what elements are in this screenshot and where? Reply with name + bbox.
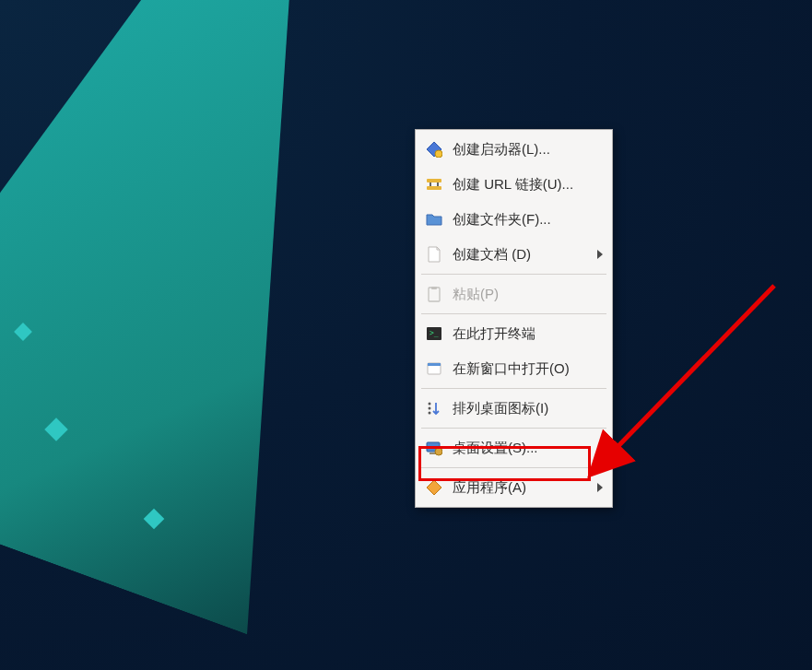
url-link-icon xyxy=(425,175,443,194)
menu-separator xyxy=(421,388,606,389)
menu-open-terminal[interactable]: >_ 在此打开终端 xyxy=(418,316,610,351)
file-manager-icon xyxy=(425,359,443,378)
svg-point-12 xyxy=(429,403,431,406)
svg-point-14 xyxy=(429,412,431,415)
wallpaper-beam xyxy=(0,0,462,634)
applications-icon xyxy=(425,478,443,497)
menu-label: 应用程序(A) xyxy=(453,479,590,497)
menu-paste: 粘贴(P) xyxy=(418,276,610,311)
menu-desktop-settings[interactable]: 桌面设置(S)... xyxy=(418,430,610,465)
menu-create-url[interactable]: 创建 URL 链接(U)... xyxy=(418,167,610,202)
desktop-settings-icon xyxy=(425,439,443,457)
desktop-context-menu: 创建启动器(L)... 创建 URL 链接(U)... 创建文件夹(F)... … xyxy=(415,129,613,508)
arrange-icon xyxy=(425,399,443,417)
menu-label: 桌面设置(S)... xyxy=(453,440,603,457)
svg-rect-6 xyxy=(429,288,440,301)
menu-applications[interactable]: 应用程序(A) xyxy=(418,470,610,505)
svg-rect-7 xyxy=(431,287,437,289)
menu-arrange-icons[interactable]: 排列桌面图标(I) xyxy=(418,391,610,426)
menu-label: 粘贴(P) xyxy=(453,286,603,303)
svg-point-1 xyxy=(435,150,442,158)
svg-line-19 xyxy=(613,286,774,452)
svg-rect-2 xyxy=(427,179,441,182)
svg-rect-3 xyxy=(427,186,441,190)
svg-point-17 xyxy=(435,448,442,455)
menu-create-document[interactable]: 创建文档 (D) xyxy=(418,237,610,272)
menu-label: 创建文档 (D) xyxy=(453,246,590,264)
diamond-new-icon xyxy=(425,140,443,159)
document-icon xyxy=(425,245,443,264)
svg-rect-11 xyxy=(428,363,441,366)
menu-label: 在此打开终端 xyxy=(453,325,603,343)
menu-label: 创建 URL 链接(U)... xyxy=(453,176,603,194)
folder-icon xyxy=(425,210,443,229)
submenu-arrow-icon xyxy=(597,483,603,492)
menu-label: 创建启动器(L)... xyxy=(453,141,603,159)
terminal-icon: >_ xyxy=(425,324,443,343)
menu-label: 在新窗口中打开(O) xyxy=(453,360,603,378)
menu-open-new-window[interactable]: 在新窗口中打开(O) xyxy=(418,351,610,386)
submenu-arrow-icon xyxy=(597,250,603,259)
menu-create-launcher[interactable]: 创建启动器(L)... xyxy=(418,132,610,167)
svg-text:>_: >_ xyxy=(430,329,439,337)
menu-separator xyxy=(421,274,606,275)
menu-separator xyxy=(421,428,606,429)
menu-separator xyxy=(421,467,606,468)
menu-label: 创建文件夹(F)... xyxy=(453,211,603,229)
menu-label: 排列桌面图标(I) xyxy=(453,400,603,417)
clipboard-icon xyxy=(425,285,443,303)
menu-separator xyxy=(421,313,606,314)
menu-create-folder[interactable]: 创建文件夹(F)... xyxy=(418,202,610,237)
svg-marker-18 xyxy=(427,480,441,495)
svg-point-13 xyxy=(429,407,431,410)
